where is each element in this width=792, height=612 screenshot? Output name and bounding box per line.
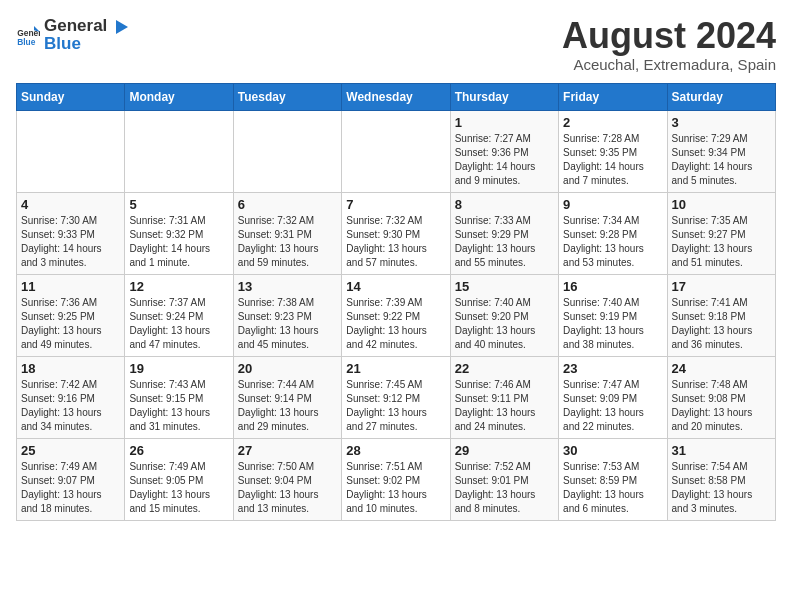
day-info: Sunrise: 7:32 AM Sunset: 9:31 PM Dayligh… xyxy=(238,214,337,270)
day-info: Sunrise: 7:53 AM Sunset: 8:59 PM Dayligh… xyxy=(563,460,662,516)
calendar-cell: 3Sunrise: 7:29 AM Sunset: 9:34 PM Daylig… xyxy=(667,110,775,192)
calendar-cell xyxy=(233,110,341,192)
calendar-cell: 24Sunrise: 7:48 AM Sunset: 9:08 PM Dayli… xyxy=(667,356,775,438)
day-number: 25 xyxy=(21,443,120,458)
svg-text:Blue: Blue xyxy=(17,37,36,47)
calendar-table: SundayMondayTuesdayWednesdayThursdayFrid… xyxy=(16,83,776,521)
logo: General Blue General Blue xyxy=(16,16,131,54)
calendar-cell xyxy=(342,110,450,192)
day-info: Sunrise: 7:39 AM Sunset: 9:22 PM Dayligh… xyxy=(346,296,445,352)
calendar-cell: 9Sunrise: 7:34 AM Sunset: 9:28 PM Daylig… xyxy=(559,192,667,274)
calendar-cell: 27Sunrise: 7:50 AM Sunset: 9:04 PM Dayli… xyxy=(233,438,341,520)
day-info: Sunrise: 7:29 AM Sunset: 9:34 PM Dayligh… xyxy=(672,132,771,188)
day-number: 7 xyxy=(346,197,445,212)
day-info: Sunrise: 7:49 AM Sunset: 9:07 PM Dayligh… xyxy=(21,460,120,516)
day-info: Sunrise: 7:30 AM Sunset: 9:33 PM Dayligh… xyxy=(21,214,120,270)
day-info: Sunrise: 7:40 AM Sunset: 9:19 PM Dayligh… xyxy=(563,296,662,352)
weekday-header-friday: Friday xyxy=(559,83,667,110)
logo-arrow-icon xyxy=(108,16,130,38)
day-number: 19 xyxy=(129,361,228,376)
day-info: Sunrise: 7:42 AM Sunset: 9:16 PM Dayligh… xyxy=(21,378,120,434)
calendar-cell: 8Sunrise: 7:33 AM Sunset: 9:29 PM Daylig… xyxy=(450,192,558,274)
day-info: Sunrise: 7:51 AM Sunset: 9:02 PM Dayligh… xyxy=(346,460,445,516)
weekday-header-tuesday: Tuesday xyxy=(233,83,341,110)
day-info: Sunrise: 7:44 AM Sunset: 9:14 PM Dayligh… xyxy=(238,378,337,434)
calendar-cell: 29Sunrise: 7:52 AM Sunset: 9:01 PM Dayli… xyxy=(450,438,558,520)
day-info: Sunrise: 7:49 AM Sunset: 9:05 PM Dayligh… xyxy=(129,460,228,516)
day-number: 14 xyxy=(346,279,445,294)
day-number: 10 xyxy=(672,197,771,212)
day-number: 26 xyxy=(129,443,228,458)
day-info: Sunrise: 7:48 AM Sunset: 9:08 PM Dayligh… xyxy=(672,378,771,434)
day-number: 3 xyxy=(672,115,771,130)
day-number: 5 xyxy=(129,197,228,212)
calendar-cell: 30Sunrise: 7:53 AM Sunset: 8:59 PM Dayli… xyxy=(559,438,667,520)
day-info: Sunrise: 7:40 AM Sunset: 9:20 PM Dayligh… xyxy=(455,296,554,352)
calendar-cell xyxy=(125,110,233,192)
day-info: Sunrise: 7:35 AM Sunset: 9:27 PM Dayligh… xyxy=(672,214,771,270)
calendar-cell: 19Sunrise: 7:43 AM Sunset: 9:15 PM Dayli… xyxy=(125,356,233,438)
day-number: 4 xyxy=(21,197,120,212)
day-info: Sunrise: 7:54 AM Sunset: 8:58 PM Dayligh… xyxy=(672,460,771,516)
weekday-header-saturday: Saturday xyxy=(667,83,775,110)
day-number: 1 xyxy=(455,115,554,130)
day-number: 27 xyxy=(238,443,337,458)
calendar-cell: 28Sunrise: 7:51 AM Sunset: 9:02 PM Dayli… xyxy=(342,438,450,520)
day-number: 18 xyxy=(21,361,120,376)
day-number: 24 xyxy=(672,361,771,376)
day-number: 29 xyxy=(455,443,554,458)
day-info: Sunrise: 7:34 AM Sunset: 9:28 PM Dayligh… xyxy=(563,214,662,270)
day-info: Sunrise: 7:46 AM Sunset: 9:11 PM Dayligh… xyxy=(455,378,554,434)
calendar-cell xyxy=(17,110,125,192)
day-number: 2 xyxy=(563,115,662,130)
day-info: Sunrise: 7:33 AM Sunset: 9:29 PM Dayligh… xyxy=(455,214,554,270)
day-info: Sunrise: 7:36 AM Sunset: 9:25 PM Dayligh… xyxy=(21,296,120,352)
calendar-cell: 15Sunrise: 7:40 AM Sunset: 9:20 PM Dayli… xyxy=(450,274,558,356)
title-area: August 2024 Aceuchal, Extremadura, Spain xyxy=(562,16,776,73)
day-info: Sunrise: 7:38 AM Sunset: 9:23 PM Dayligh… xyxy=(238,296,337,352)
calendar-cell: 6Sunrise: 7:32 AM Sunset: 9:31 PM Daylig… xyxy=(233,192,341,274)
calendar-cell: 20Sunrise: 7:44 AM Sunset: 9:14 PM Dayli… xyxy=(233,356,341,438)
calendar-cell: 13Sunrise: 7:38 AM Sunset: 9:23 PM Dayli… xyxy=(233,274,341,356)
calendar-cell: 11Sunrise: 7:36 AM Sunset: 9:25 PM Dayli… xyxy=(17,274,125,356)
month-title: August 2024 xyxy=(562,16,776,56)
day-info: Sunrise: 7:50 AM Sunset: 9:04 PM Dayligh… xyxy=(238,460,337,516)
calendar-cell: 25Sunrise: 7:49 AM Sunset: 9:07 PM Dayli… xyxy=(17,438,125,520)
calendar-cell: 21Sunrise: 7:45 AM Sunset: 9:12 PM Dayli… xyxy=(342,356,450,438)
calendar-cell: 12Sunrise: 7:37 AM Sunset: 9:24 PM Dayli… xyxy=(125,274,233,356)
logo-icon: General Blue xyxy=(16,23,40,47)
day-info: Sunrise: 7:43 AM Sunset: 9:15 PM Dayligh… xyxy=(129,378,228,434)
day-number: 22 xyxy=(455,361,554,376)
day-number: 6 xyxy=(238,197,337,212)
day-number: 15 xyxy=(455,279,554,294)
location-subtitle: Aceuchal, Extremadura, Spain xyxy=(562,56,776,73)
day-number: 12 xyxy=(129,279,228,294)
calendar-week-4: 18Sunrise: 7:42 AM Sunset: 9:16 PM Dayli… xyxy=(17,356,776,438)
day-info: Sunrise: 7:28 AM Sunset: 9:35 PM Dayligh… xyxy=(563,132,662,188)
day-info: Sunrise: 7:52 AM Sunset: 9:01 PM Dayligh… xyxy=(455,460,554,516)
day-info: Sunrise: 7:45 AM Sunset: 9:12 PM Dayligh… xyxy=(346,378,445,434)
calendar-cell: 31Sunrise: 7:54 AM Sunset: 8:58 PM Dayli… xyxy=(667,438,775,520)
day-number: 23 xyxy=(563,361,662,376)
calendar-cell: 26Sunrise: 7:49 AM Sunset: 9:05 PM Dayli… xyxy=(125,438,233,520)
day-info: Sunrise: 7:37 AM Sunset: 9:24 PM Dayligh… xyxy=(129,296,228,352)
day-number: 20 xyxy=(238,361,337,376)
weekday-header-thursday: Thursday xyxy=(450,83,558,110)
calendar-cell: 16Sunrise: 7:40 AM Sunset: 9:19 PM Dayli… xyxy=(559,274,667,356)
calendar-cell: 2Sunrise: 7:28 AM Sunset: 9:35 PM Daylig… xyxy=(559,110,667,192)
day-info: Sunrise: 7:41 AM Sunset: 9:18 PM Dayligh… xyxy=(672,296,771,352)
calendar-cell: 18Sunrise: 7:42 AM Sunset: 9:16 PM Dayli… xyxy=(17,356,125,438)
day-info: Sunrise: 7:32 AM Sunset: 9:30 PM Dayligh… xyxy=(346,214,445,270)
day-number: 8 xyxy=(455,197,554,212)
day-number: 21 xyxy=(346,361,445,376)
calendar-cell: 17Sunrise: 7:41 AM Sunset: 9:18 PM Dayli… xyxy=(667,274,775,356)
day-number: 13 xyxy=(238,279,337,294)
weekday-header-sunday: Sunday xyxy=(17,83,125,110)
weekday-header-wednesday: Wednesday xyxy=(342,83,450,110)
day-info: Sunrise: 7:31 AM Sunset: 9:32 PM Dayligh… xyxy=(129,214,228,270)
calendar-week-1: 1Sunrise: 7:27 AM Sunset: 9:36 PM Daylig… xyxy=(17,110,776,192)
weekday-header-monday: Monday xyxy=(125,83,233,110)
calendar-week-2: 4Sunrise: 7:30 AM Sunset: 9:33 PM Daylig… xyxy=(17,192,776,274)
day-number: 31 xyxy=(672,443,771,458)
calendar-cell: 7Sunrise: 7:32 AM Sunset: 9:30 PM Daylig… xyxy=(342,192,450,274)
